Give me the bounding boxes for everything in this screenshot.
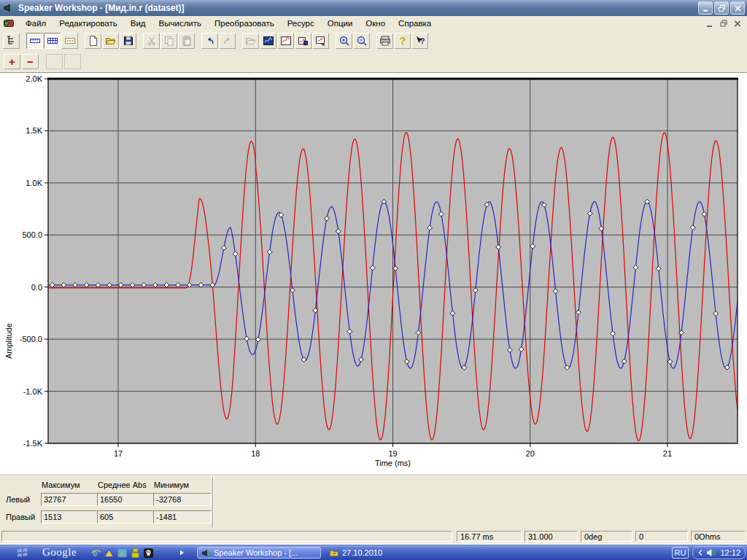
stats-row-label-0: Левый — [6, 495, 30, 504]
ruler-view-button[interactable] — [26, 33, 43, 49]
close-button[interactable] — [730, 1, 745, 15]
menu-item-9[interactable]: Справка — [392, 18, 438, 29]
cut-button[interactable] — [143, 33, 160, 49]
triangle-app-icon[interactable] — [104, 548, 115, 559]
taskbar-window-button-label: Speaker Workshop - [... — [214, 548, 298, 557]
copy-button[interactable] — [160, 33, 177, 49]
menu-item-3[interactable]: Вид — [124, 18, 152, 29]
stats-header-2: Минимум — [154, 481, 189, 489]
mdi-restore-button[interactable] — [718, 18, 729, 28]
folder-icon — [329, 548, 339, 558]
quick-launch-expand-icon[interactable] — [179, 549, 185, 556]
menu-item-7[interactable]: Опции — [321, 18, 360, 29]
stats-value-0-1: 16550 — [97, 493, 155, 506]
application-window: Speaker Workshop - [Мид.in.r (dataset)] … — [0, 0, 747, 560]
y-tick-label-1: 1.5K — [26, 126, 42, 135]
blank-button-2[interactable] — [64, 54, 81, 69]
export-chart-button[interactable] — [312, 33, 329, 49]
help-button[interactable]: ? — [394, 33, 411, 49]
y-tick-label-3: 500.0 — [22, 230, 42, 239]
menu-item-4[interactable]: Вычислить — [152, 18, 209, 29]
y-tick-label-7: -1.5K — [23, 439, 43, 448]
statistics-panel: МаксимумСреднее AbsМинимумЛевый327671655… — [0, 475, 747, 529]
y-tick-label-4: 0.0 — [31, 283, 42, 292]
data-values-button[interactable] — [61, 33, 78, 49]
svg-text:?: ? — [399, 35, 406, 47]
stats-value-1-0: 1513 — [41, 510, 99, 524]
window-title: Speaker Workshop - [Мид.in.r (dataset)] — [18, 3, 184, 13]
x-tick-label-4: 21 — [663, 449, 672, 458]
system-tray: RU 12:12 — [672, 546, 746, 559]
y-tick-label-0: 2.0K — [26, 74, 42, 83]
stats-divider — [212, 478, 214, 527]
x-tick-label-3: 20 — [526, 449, 535, 458]
blank-button-1[interactable] — [46, 54, 63, 69]
paste-button[interactable] — [178, 33, 195, 49]
svg-text:?: ? — [419, 36, 425, 45]
taskbar-window-button[interactable]: Speaker Workshop - [... — [197, 547, 321, 559]
stats-value-1-1: 605 — [97, 510, 155, 524]
language-indicator[interactable]: RU — [672, 547, 689, 559]
save-button[interactable] — [120, 33, 136, 49]
open-chart-button[interactable] — [242, 33, 259, 49]
dataset-toolbar: + − — [0, 51, 747, 72]
tree-view-button[interactable] — [3, 33, 20, 49]
zoom-in-button[interactable] — [336, 33, 352, 49]
waveform-chart: 17181920212.0K1.5K1.0K500.00.0-500.0-1.0… — [0, 73, 747, 475]
google-toolbar-logo[interactable]: Google — [42, 546, 77, 559]
menu-item-1[interactable]: Файл — [19, 18, 53, 29]
stats-header-1: Среднее Abs — [98, 481, 147, 489]
title-bar: Speaker Workshop - [Мид.in.r (dataset)] — [0, 0, 747, 16]
data-table-button[interactable] — [44, 33, 61, 49]
clock[interactable]: 12:12 — [720, 548, 740, 557]
yellow-app-icon[interactable] — [130, 548, 141, 559]
main-toolbar: ? ? — [0, 31, 747, 51]
menu-item-8[interactable]: Окно — [359, 18, 392, 29]
skull-app-icon[interactable] — [143, 548, 154, 559]
dataset-chart-button[interactable] — [260, 33, 276, 49]
undo-button[interactable] — [201, 33, 218, 49]
menu-item-2[interactable]: Редактировать — [53, 18, 123, 29]
taskbar-folder-button[interactable]: 27.10.2010 — [325, 547, 386, 559]
x-tick-label-0: 17 — [114, 449, 123, 458]
stats-header-0: Максимум — [42, 481, 80, 489]
status-bar: 16.77 ms31.0000deg00Ohms — [0, 529, 747, 543]
restore-button[interactable] — [714, 1, 729, 15]
status-field-4: 0 — [635, 531, 688, 542]
y-tick-label-6: -1.0K — [23, 387, 43, 396]
svg-text:e: e — [93, 548, 98, 559]
tray-collapse-icon[interactable] — [697, 549, 703, 556]
status-field-2: 31.000 — [525, 531, 578, 542]
zoom-out-button[interactable] — [353, 33, 370, 49]
save-chart-button[interactable] — [295, 33, 311, 49]
minimize-button[interactable] — [698, 1, 713, 15]
x-axis-title: Time (ms) — [48, 459, 738, 467]
x-tick-label-2: 19 — [388, 449, 397, 458]
print-button[interactable] — [376, 33, 393, 49]
x-tick-label-1: 18 — [251, 449, 260, 458]
menu-bar: ФайлРедактироватьВидВычислитьПреобразова… — [0, 16, 747, 31]
redo-button[interactable] — [219, 33, 236, 49]
status-field-5: 0Ohms — [691, 531, 746, 542]
dataset-document-icon[interactable] — [3, 18, 15, 29]
y-axis-title: Amplitude — [4, 323, 13, 359]
menu-item-5[interactable]: Преобразовать — [208, 18, 281, 29]
status-field-3: 0deg — [581, 531, 632, 542]
add-point-button[interactable]: + — [4, 54, 20, 69]
mdi-minimize-button[interactable] — [704, 18, 716, 28]
volume-icon[interactable] — [706, 548, 717, 557]
line-chart-button[interactable] — [277, 33, 294, 49]
start-button[interactable] — [16, 547, 29, 558]
open-button[interactable] — [102, 33, 119, 49]
stats-row-label-1: Правый — [6, 513, 35, 521]
menu-items: ФайлРедактироватьВидВычислитьПреобразова… — [19, 18, 438, 29]
blue-orange-app-icon[interactable] — [117, 548, 128, 559]
menu-item-6[interactable]: Ресурс — [281, 18, 321, 29]
mdi-close-button[interactable] — [732, 18, 743, 28]
new-button[interactable] — [85, 33, 101, 49]
remove-point-button[interactable]: − — [22, 54, 39, 69]
internet-explorer-icon[interactable]: e — [90, 548, 101, 559]
y-tick-label-5: -500.0 — [20, 335, 42, 343]
stats-value-0-0: 32767 — [41, 493, 99, 506]
context-help-button[interactable]: ? — [411, 33, 428, 49]
